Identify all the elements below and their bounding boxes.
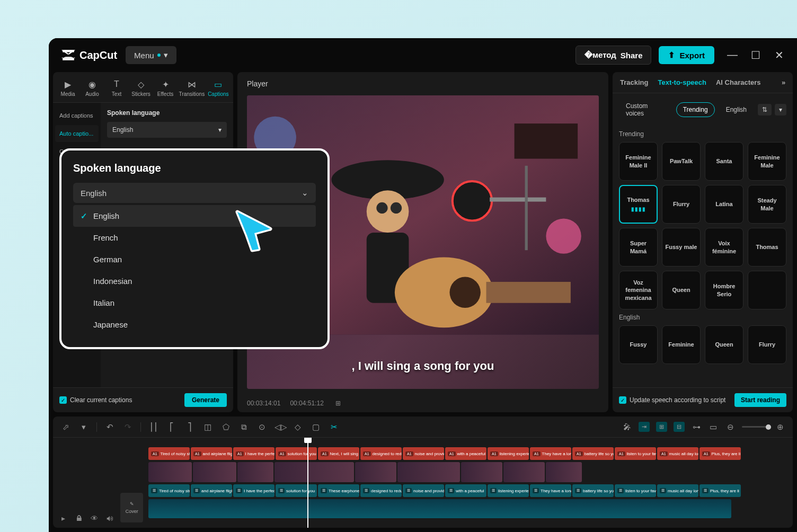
voice-card[interactable]: Santa	[705, 142, 743, 181]
crop-icon[interactable]: ◫	[202, 422, 213, 432]
right-tab-ai-characters[interactable]: AI Characters	[716, 78, 761, 86]
voice-card[interactable]: Queen	[705, 325, 743, 364]
timeline-clip[interactable]	[237, 462, 273, 482]
timeline-clip[interactable]: A1Next, I will sing a so	[318, 447, 359, 460]
timeline-clip[interactable]: A1music all day long	[657, 447, 698, 460]
maximize-button[interactable]: ☐	[750, 49, 761, 61]
mask-icon[interactable]: ⬠	[220, 422, 231, 432]
sort-icon[interactable]: ⇅	[758, 104, 772, 116]
right-tab-text-to-speech[interactable]: Text-to-speech	[658, 78, 706, 86]
voice-card[interactable]: Fussy male	[662, 228, 701, 267]
timeline-clip[interactable]: ☰Plus, they are li	[699, 484, 741, 497]
zoom-in-icon[interactable]: ⊕	[775, 422, 785, 432]
tool-tab-audio[interactable]: ◉Audio	[82, 76, 103, 102]
timeline-clip[interactable]: A1Plus, they are li	[699, 447, 741, 460]
split-icon[interactable]: ⎮⎮	[148, 422, 159, 432]
speaker-icon[interactable]: 🔊︎	[105, 514, 115, 522]
timeline-clip[interactable]: A1battery life so you ca	[572, 447, 614, 460]
filter-trending[interactable]: Trending	[676, 102, 715, 117]
timeline-clip[interactable]: ☰designed to reduc	[360, 484, 402, 497]
voice-card[interactable]: Feminine Male II	[619, 142, 658, 181]
share-button[interactable]: �методShare	[575, 46, 652, 65]
timeline-clip[interactable]	[461, 462, 502, 482]
timeline-clip[interactable]: ☰They have a long	[530, 484, 571, 497]
timeline-clip[interactable]	[193, 462, 236, 482]
timeline-clip[interactable]: ☰noise and provide	[403, 484, 444, 497]
voice-card[interactable]: PawTalk	[662, 142, 701, 181]
dropdown-icon[interactable]: ▾	[775, 104, 786, 116]
voice-card[interactable]: Latina	[705, 185, 743, 224]
voice-card[interactable]: Flurry	[748, 325, 786, 364]
voice-card[interactable]: Thomas	[748, 228, 786, 267]
zoom-out-icon[interactable]: ⊖	[725, 422, 736, 432]
export-button[interactable]: ⬆Export	[659, 46, 714, 64]
copy-icon[interactable]: ⧉	[238, 422, 249, 432]
update-speech-checkbox[interactable]: ✓ Update speech according to script	[619, 396, 725, 404]
voice-card[interactable]: Super Mamá	[619, 228, 658, 267]
loupe-icon[interactable]: ⊞	[335, 400, 341, 407]
undo-icon[interactable]: ↶	[104, 422, 115, 432]
tool-tab-captions[interactable]: ▭Captions	[208, 76, 229, 102]
timeline-clip[interactable]: ☰I have the perfec	[233, 484, 274, 497]
right-tab-tracking[interactable]: Tracking	[620, 78, 648, 86]
filter-english[interactable]: English	[719, 102, 754, 117]
timeline-clip[interactable]	[546, 462, 582, 482]
timeline-clip[interactable]: A1They have a long	[530, 447, 571, 460]
zoom-slider[interactable]	[742, 426, 768, 428]
menu-button[interactable]: Menu▾	[126, 46, 176, 64]
timeline-clip[interactable]	[355, 462, 396, 482]
filter-custom-voices[interactable]: Custom voices	[619, 99, 672, 121]
pro-tool-icon[interactable]: ✂	[329, 422, 339, 432]
voice-card[interactable]: Hombre Serio	[705, 271, 743, 309]
tool-tab-transitions[interactable]: ⋈Transitions	[179, 76, 205, 102]
voice-card[interactable]: Voz femenina mexicana	[619, 271, 658, 309]
voice-card[interactable]: Flurry	[662, 185, 701, 224]
timeline-clip[interactable]: A1with a peaceful	[445, 447, 486, 460]
voice-card[interactable]	[748, 271, 786, 309]
play-icon[interactable]: ⊙	[256, 422, 267, 432]
voice-card[interactable]: Voix féminine	[705, 228, 743, 267]
preview-icon[interactable]: ▸	[58, 514, 68, 522]
language-option[interactable]: Italian	[73, 292, 316, 314]
redo-icon[interactable]: ↷	[122, 422, 133, 432]
language-option[interactable]: Indonesian	[73, 270, 316, 292]
voice-card[interactable]: Steady Male	[748, 185, 786, 224]
clear-captions-checkbox[interactable]: ✓ Clear current captions	[59, 396, 132, 404]
language-option[interactable]: English	[73, 205, 316, 227]
tool-tab-stickers[interactable]: ◇Stickers	[130, 76, 152, 102]
playhead[interactable]	[307, 438, 308, 528]
timeline-clip[interactable]: ☰Tired of noisy streets	[148, 484, 190, 497]
timeline-clip[interactable]: A1listening experienc	[488, 447, 529, 460]
generate-button[interactable]: Generate	[184, 393, 227, 407]
voice-card[interactable]: Feminine	[662, 325, 701, 364]
trim-left-icon[interactable]: ⎡	[166, 422, 177, 432]
timeline-clip[interactable]: ☰listening experienc	[488, 484, 529, 497]
rotate-icon[interactable]: ◇	[293, 422, 303, 432]
timeline-clip[interactable]: A1designed to reduc	[360, 447, 402, 460]
timeline-clip[interactable]: ☰solution for you	[276, 484, 317, 497]
timeline-clip[interactable]: ☰battery life so you ca	[572, 484, 614, 497]
more-icon[interactable]: «	[782, 78, 785, 86]
timeline-clip[interactable]	[274, 462, 354, 482]
popup-select[interactable]: English⌄	[73, 183, 316, 203]
sub-tab[interactable]: Auto captio...	[55, 125, 99, 142]
toggle-2[interactable]: ⊞	[656, 422, 667, 432]
timeline-clip[interactable]: A1noise and provide	[403, 447, 444, 460]
voice-card[interactable]: Feminine Male	[748, 142, 786, 181]
voice-card[interactable]: Thomas▮▮▮▮	[619, 185, 658, 224]
eye-icon[interactable]: 👁	[90, 514, 100, 522]
toggle-1[interactable]: ⇥	[639, 422, 650, 432]
timeline-clip[interactable]: A1I have the perfec	[233, 447, 274, 460]
pointer-tool-icon[interactable]: ⬀	[60, 422, 71, 432]
timeline-clip[interactable]	[148, 462, 192, 482]
timeline-clip[interactable]: A1Tired of noisy streets	[148, 447, 190, 460]
timeline-clip[interactable]	[397, 462, 460, 482]
sub-tab[interactable]: Add captions	[55, 107, 99, 124]
language-option[interactable]: French	[73, 227, 316, 249]
align-icon[interactable]: ⊶	[691, 422, 702, 432]
chevron-down-icon[interactable]: ▾	[78, 422, 89, 432]
timeline-clip[interactable]: A1listen to your favori	[615, 447, 656, 460]
trim-right-icon[interactable]: ⎤	[184, 422, 195, 432]
toggle-3[interactable]: ⊟	[674, 422, 685, 432]
mirror-icon[interactable]: ◁▷	[274, 422, 285, 432]
